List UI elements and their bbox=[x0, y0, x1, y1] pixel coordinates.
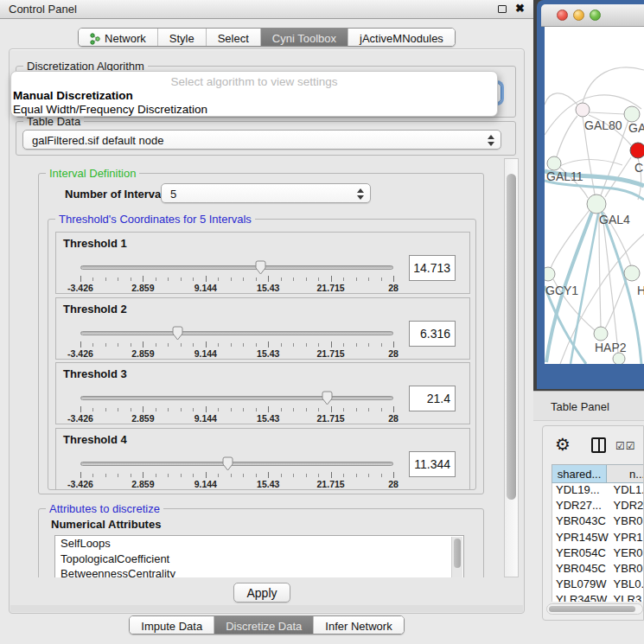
slider-track[interactable] bbox=[80, 396, 393, 400]
slider-thumb[interactable] bbox=[254, 260, 267, 275]
network-node[interactable] bbox=[594, 327, 608, 341]
table-horizontal-scrollbar[interactable] bbox=[546, 603, 643, 615]
number-of-intervals-value: 5 bbox=[170, 188, 176, 201]
slider-tick-label: 21.715 bbox=[317, 348, 345, 359]
threshold-box: Threshold 4-3.4262.8599.14415.4321.71528… bbox=[55, 428, 470, 490]
zoom-traffic-light-icon[interactable] bbox=[590, 10, 601, 21]
slider-track[interactable] bbox=[80, 265, 393, 270]
slider-major-tick bbox=[268, 472, 269, 478]
tab-select[interactable]: Select bbox=[207, 29, 261, 46]
tab-impute-data[interactable]: Impute Data bbox=[130, 616, 214, 634]
table-row[interactable]: YPR145WYPR1... bbox=[552, 531, 644, 546]
threshold-box: Threshold 3-3.4262.8599.14415.4321.71528… bbox=[55, 362, 470, 424]
slider-minor-ticks bbox=[80, 277, 394, 281]
table-row[interactable]: YDR27...YDR2... bbox=[552, 499, 644, 514]
slider-tick-label: 15.43 bbox=[257, 283, 279, 293]
algorithm-option[interactable]: Equal Width/Frequency Discretization bbox=[13, 103, 207, 116]
control-panel-titlebar: Control Panel ✖ bbox=[0, 0, 533, 19]
network-window-titlebar bbox=[541, 4, 644, 27]
tab-jactivemnodules[interactable]: jActiveMNodules bbox=[348, 29, 455, 46]
minimize-traffic-light-icon[interactable] bbox=[573, 10, 584, 21]
network-canvas[interactable]: GAL80GACGAL11GAL4GCY1HHAP2 bbox=[545, 27, 644, 364]
gear-icon[interactable]: ⚙ bbox=[555, 436, 571, 453]
threshold-value-field[interactable]: 21.4 bbox=[409, 386, 456, 411]
table-data-value: galFiltered.sif default node bbox=[32, 134, 163, 147]
threshold-slider[interactable] bbox=[80, 324, 393, 341]
slider-tick-label: -3.426 bbox=[67, 348, 93, 359]
column-header-shared[interactable]: shared... bbox=[552, 465, 607, 482]
table-cell-shared: YLR345W bbox=[552, 593, 609, 602]
tab-network[interactable]: Network bbox=[79, 29, 158, 46]
panel-title: Control Panel bbox=[9, 3, 77, 16]
table-panel-body: ⚙ ☑☑ shared... n... YDL19...YDL1...YDR27… bbox=[542, 425, 644, 621]
table-cell-name: YBR0... bbox=[609, 514, 644, 530]
slider-major-tick bbox=[331, 341, 332, 348]
network-node[interactable] bbox=[576, 103, 590, 117]
table-data-combobox[interactable]: galFiltered.sif default node bbox=[22, 130, 501, 150]
slider-tick-label: 21.715 bbox=[317, 283, 345, 293]
network-node-label: GAL11 bbox=[546, 169, 583, 183]
threshold-value-field[interactable]: 6.316 bbox=[409, 321, 456, 347]
number-of-intervals-combobox[interactable]: 5 bbox=[161, 183, 371, 203]
slider-thumb[interactable] bbox=[221, 456, 234, 471]
top-tab-bar: NetworkStyleSelectCyni ToolboxjActiveMNo… bbox=[0, 28, 533, 47]
slider-tick-label: 9.144 bbox=[194, 283, 217, 293]
tab-style[interactable]: Style bbox=[158, 29, 207, 46]
table-header-row[interactable]: shared... n... bbox=[552, 464, 644, 483]
tab-label: Impute Data bbox=[141, 620, 202, 633]
network-node-label: HAP2 bbox=[595, 341, 627, 354]
table-row[interactable]: YBL079WYBL0... bbox=[552, 577, 644, 593]
slider-track[interactable] bbox=[80, 462, 393, 466]
float-window-icon[interactable] bbox=[498, 5, 507, 13]
apply-button[interactable]: Apply bbox=[233, 583, 290, 603]
table-row[interactable]: YBR043CYBR0... bbox=[552, 514, 644, 530]
threshold-value-field[interactable]: 14.713 bbox=[409, 255, 456, 281]
network-view-window: GAL80GACGAL11GAL4GCY1HHAP2 bbox=[537, 0, 644, 389]
network-node[interactable] bbox=[547, 156, 561, 170]
attribute-list-item[interactable]: SelfLoops bbox=[55, 536, 463, 552]
slider-thumb[interactable] bbox=[171, 326, 184, 341]
tab-label: Infer Network bbox=[325, 620, 392, 633]
slider-track[interactable] bbox=[80, 331, 393, 335]
slider-major-tick bbox=[143, 406, 143, 412]
column-header-name[interactable]: n... bbox=[607, 465, 644, 482]
settings-vertical-scrollbar[interactable] bbox=[504, 158, 519, 577]
threshold-slider[interactable] bbox=[80, 389, 393, 406]
algorithm-option[interactable]: Manual Discretization bbox=[13, 89, 133, 102]
slider-tick-label: 2.859 bbox=[131, 479, 154, 489]
network-node[interactable] bbox=[624, 106, 640, 122]
slider-tick-label: -3.426 bbox=[67, 413, 93, 424]
table-row[interactable]: YLR345WYLR3... bbox=[552, 593, 644, 602]
checkbox-select-icons[interactable]: ☑☑ bbox=[615, 440, 636, 452]
table-row[interactable]: YER054CYER0... bbox=[552, 546, 644, 562]
network-node[interactable] bbox=[630, 143, 644, 158]
table-row[interactable]: YBR045CYBR0... bbox=[552, 562, 644, 577]
threshold-value-field[interactable]: 11.344 bbox=[409, 451, 456, 477]
interval-definition-group: Interval Definition Number of Intervals … bbox=[38, 173, 484, 494]
close-icon[interactable]: ✖ bbox=[515, 3, 525, 14]
attributes-list-scrollbar[interactable] bbox=[451, 537, 462, 577]
table-row[interactable]: YDL19...YDL1... bbox=[552, 483, 644, 499]
attribute-list-item[interactable]: TopologicalCoefficient bbox=[55, 552, 463, 567]
close-traffic-light-icon[interactable] bbox=[557, 10, 568, 21]
slider-major-tick bbox=[206, 276, 207, 282]
network-node[interactable] bbox=[545, 267, 555, 281]
slider-tick-label: 2.859 bbox=[131, 413, 154, 424]
threshold-slider[interactable] bbox=[80, 455, 393, 472]
threshold-label: Threshold 1 bbox=[63, 237, 127, 250]
node-table[interactable]: shared... n... YDL19...YDL1...YDR27...YD… bbox=[552, 464, 644, 602]
threshold-slider[interactable] bbox=[80, 258, 393, 276]
slider-major-tick bbox=[393, 341, 394, 348]
threshold-label: Threshold 2 bbox=[63, 303, 127, 316]
columns-icon[interactable] bbox=[591, 437, 606, 453]
tab-cyni-toolbox[interactable]: Cyni Toolbox bbox=[261, 29, 348, 46]
numerical-attributes-label: Numerical Attributes bbox=[51, 518, 161, 531]
tab-infer-network[interactable]: Infer Network bbox=[314, 616, 403, 634]
network-node[interactable] bbox=[624, 265, 640, 281]
attribute-list-item[interactable]: BetweennessCentrality bbox=[55, 566, 463, 577]
numerical-attributes-list[interactable]: SelfLoopsTopologicalCoefficientBetweenne… bbox=[54, 535, 464, 577]
attributes-group: Attributes to discretize Numerical Attri… bbox=[38, 508, 484, 577]
slider-thumb[interactable] bbox=[321, 391, 334, 405]
network-node[interactable] bbox=[587, 194, 606, 214]
tab-discretize-data[interactable]: Discretize Data bbox=[214, 616, 314, 634]
